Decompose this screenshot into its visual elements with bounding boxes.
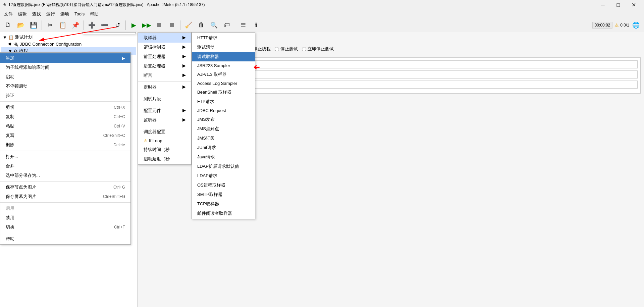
ctx-save-screen[interactable]: 保存屏幕为图片 Ctrl+Shift+G — [0, 192, 130, 201]
ctx-sep3 — [0, 181, 130, 182]
ctx-l3-ajp[interactable]: AJP/1.3 取样器 — [192, 70, 255, 79]
ctx-l3-java[interactable]: Java请求 — [192, 152, 255, 162]
tree-item-testplan[interactable]: ▼ 📋 测试计划 — [1, 34, 136, 41]
ctx-l3-ftp[interactable]: FTP请求 — [192, 97, 255, 106]
ctx-l2-config[interactable]: 配置元件 ▶ — [138, 106, 191, 115]
ctx-toggle[interactable]: 切换 Ctrl+T — [0, 222, 130, 232]
toolbar-run[interactable]: ▶ — [128, 19, 140, 31]
ctx-l3-test-action[interactable]: 测试活动 — [192, 43, 255, 52]
ctx-l2-start-delay[interactable]: 启动延迟（秒 — [138, 154, 191, 164]
close-button[interactable]: ✕ — [626, 0, 641, 10]
toolbar: 🗋 📂 💾 ✂ 📋 📌 ➕ ➖ ↺ ▶ ▶▶ ⏹ ⏹ 🧹 🗑 🔍 🏷 ☰ ℹ 0… — [0, 18, 644, 32]
ctx-delete[interactable]: 删除 Delete — [0, 140, 130, 150]
ctx-merge[interactable]: 合并 — [0, 161, 130, 171]
menu-file[interactable]: 文件 — [1, 10, 15, 18]
toolbar-copy[interactable]: 📋 — [57, 19, 69, 31]
ctx-copy-shortcut: Ctrl+C — [114, 114, 125, 119]
ctx-help[interactable]: 帮助 — [0, 234, 130, 244]
ctx-sep5 — [0, 233, 130, 233]
ctx-open[interactable]: 打开... — [0, 152, 130, 161]
ctx-l3-beanshell[interactable]: BeanShell 取样器 — [192, 88, 255, 97]
ctx-add-response[interactable]: 为子线程添加响应时间 — [0, 63, 130, 72]
toolbar-run-no-pause[interactable]: ▶▶ — [141, 19, 153, 31]
ctx-l3-tcp[interactable]: TCP取样器 — [192, 199, 255, 209]
menu-tools[interactable]: Tools — [72, 11, 87, 17]
toolbar-list[interactable]: ☰ — [237, 19, 249, 31]
ctx-l2-listener[interactable]: 监听器 ▶ — [138, 115, 191, 125]
minimize-button[interactable]: ─ — [595, 0, 610, 10]
ctx-l3-smtp[interactable]: SMTP取样器 — [192, 190, 255, 199]
toolbar-new[interactable]: 🗋 — [2, 19, 14, 31]
ctx-l3-jms-pub[interactable]: JMS发布 — [192, 115, 255, 124]
radio-stop-test[interactable]: 停止测试 — [275, 46, 298, 52]
ctx-save-selected[interactable]: 选中部分保存为... — [0, 171, 130, 180]
toolbar-collapse[interactable]: ➖ — [99, 19, 111, 31]
ctx-cut-shortcut: Ctrl+X — [114, 105, 125, 110]
tree-label-jdbc: JDBC Connection Configuration — [20, 42, 82, 47]
ctx-l2-sampler[interactable]: 取样器 ▶ — [138, 33, 191, 43]
toolbar-search[interactable]: 🔍 — [208, 19, 220, 31]
toolbar-open[interactable]: 📂 — [15, 19, 27, 31]
ctx-l2-pre[interactable]: 前置处理器 ▶ — [138, 52, 191, 61]
toolbar-paste[interactable]: 📌 — [69, 19, 82, 31]
ctx-l3-ldap[interactable]: LDAP请求 — [192, 171, 255, 181]
ctx-sep4 — [0, 202, 130, 203]
tree-item-jdbc[interactable]: ✖ 🔌 JDBC Connection Configuration — [1, 41, 136, 47]
ctx-paste[interactable]: 粘贴 Ctrl+V — [0, 121, 130, 131]
ctx-l3-debug-sampler[interactable]: 调试取样器 — [192, 52, 255, 61]
maximize-button[interactable]: □ — [610, 0, 626, 10]
ctx-duplicate-shortcut: Ctrl+Shift+C — [103, 133, 125, 138]
ctx-add-item[interactable]: 添加 ▶ — [0, 53, 130, 63]
toolbar-broom2[interactable]: 🗑 — [195, 19, 207, 31]
ctx-l2-listener-arrow: ▶ — [182, 117, 186, 123]
toolbar-expand[interactable]: ➕ — [86, 19, 98, 31]
ctx-disable[interactable]: 禁用 — [0, 213, 130, 222]
toolbar-globe[interactable]: 🌐 — [630, 19, 642, 31]
ctx-l3-jdbc[interactable]: JDBC Request — [192, 106, 255, 115]
toolbar-save[interactable]: 💾 — [28, 19, 40, 31]
ctx-l2-timer[interactable]: 定时器 ▶ — [138, 83, 191, 92]
ctx-l3-jms-point-label: JMS点到点 — [197, 126, 219, 131]
toolbar-tag[interactable]: 🏷 — [221, 19, 233, 31]
ctx-l3-http[interactable]: HTTP请求 — [192, 33, 255, 43]
ctx-l2-test-frag[interactable]: 测试片段 — [138, 94, 191, 104]
ctx-duplicate[interactable]: 复写 Ctrl+Shift+C — [0, 131, 130, 140]
toolbar-shutdown[interactable]: ⏹ — [166, 19, 178, 31]
ctx-l2-if-loop[interactable]: ⚠ If Loop — [138, 137, 191, 145]
ctx-delete-label: 删除 — [6, 142, 14, 148]
radio-stop-test-now-input[interactable] — [302, 47, 306, 51]
ctx-l2-scheduler-config[interactable]: 调度器配置 — [138, 127, 191, 137]
menu-edit[interactable]: 编辑 — [15, 10, 30, 18]
ctx-cut[interactable]: 剪切 Ctrl+X — [0, 103, 130, 112]
ctx-l3-ldap-ext[interactable]: LDAP扩展请求默认值 — [192, 162, 255, 171]
menu-run[interactable]: 运行 — [44, 10, 58, 18]
toolbar-toggle[interactable]: ↺ — [111, 19, 123, 31]
ctx-l3-access-log[interactable]: Access Log Sampler — [192, 79, 255, 88]
toolbar-info[interactable]: ℹ — [250, 19, 262, 31]
ctx-l3-junit-label: JUnit请求 — [197, 145, 216, 150]
ctx-start-no-pause[interactable]: 不停顿启动 — [0, 82, 130, 91]
ctx-l3-junit[interactable]: JUnit请求 — [192, 143, 255, 152]
ctx-l3-jms-point[interactable]: JMS点到点 — [192, 124, 255, 134]
radio-stop-test-now[interactable]: 立即停止测试 — [302, 46, 334, 52]
ctx-l3-jsr223[interactable]: JSR223 Sampler — [192, 61, 255, 70]
ctx-l3-jms-sub[interactable]: JMS订阅 — [192, 134, 255, 143]
ctx-l2-logic[interactable]: 逻辑控制器 ▶ — [138, 43, 191, 52]
menu-help[interactable]: 帮助 — [87, 10, 101, 18]
menu-find[interactable]: 查找 — [30, 10, 44, 18]
ctx-l2-post[interactable]: 后置处理器 ▶ — [138, 61, 191, 71]
ctx-l3-mail[interactable]: 邮件阅读者取样器 — [192, 209, 255, 218]
ctx-l2-assert[interactable]: 断言 ▶ — [138, 71, 191, 80]
toolbar-cut[interactable]: ✂ — [44, 19, 56, 31]
toolbar-stop[interactable]: ⏹ — [153, 19, 165, 31]
menu-options[interactable]: 选项 — [58, 10, 72, 18]
ctx-validate[interactable]: 验证 — [0, 91, 130, 100]
ctx-copy[interactable]: 复制 Ctrl+C — [0, 112, 130, 121]
radio-stop-test-input[interactable] — [275, 47, 279, 51]
ctx-delete-shortcut: Delete — [113, 143, 125, 147]
ctx-l2-duration[interactable]: 持续时间（秒 — [138, 145, 191, 154]
ctx-l3-os[interactable]: OS进程取样器 — [192, 181, 255, 190]
ctx-start[interactable]: 启动 — [0, 72, 130, 82]
toolbar-broom[interactable]: 🧹 — [182, 19, 195, 31]
ctx-save-node[interactable]: 保存节点为图片 Ctrl+G — [0, 183, 130, 192]
